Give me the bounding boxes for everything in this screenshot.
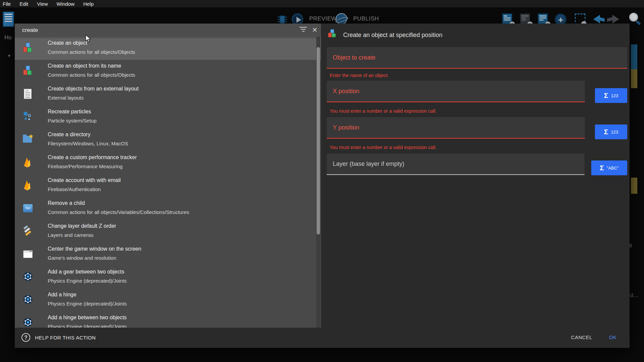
physics-joint-icon bbox=[23, 317, 34, 328]
filter-icon[interactable] bbox=[299, 27, 307, 34]
menu-help[interactable]: Help bbox=[83, 1, 94, 7]
window-icon bbox=[23, 248, 34, 260]
panel-header: Create an object at specified position bbox=[328, 28, 442, 42]
layer-field[interactable]: Layer (base layer if empty) bbox=[327, 153, 585, 175]
play-icon[interactable] bbox=[292, 13, 303, 25]
list-item-center-game-window[interactable]: Center the game window on the screen Gam… bbox=[15, 243, 321, 266]
home-tab-label: Ho bbox=[4, 34, 12, 41]
action-search-panel: ✕ Create an object Common actions for al… bbox=[15, 24, 321, 328]
ok-button[interactable]: OK bbox=[609, 334, 616, 340]
help-link[interactable]: ? HELP FOR THIS ACTION bbox=[22, 333, 96, 342]
list-item-create-object[interactable]: Create an object Common actions for all … bbox=[15, 37, 321, 60]
object-helper-text: Enter the name of an object. bbox=[330, 73, 389, 78]
publish-button[interactable]: PUBLISH bbox=[353, 15, 379, 22]
search-icon[interactable] bbox=[629, 13, 638, 22]
list-item-change-layer-z-order[interactable]: Change layer default Z order Layers and … bbox=[15, 220, 321, 243]
list-item-remove-child[interactable]: Var Remove a child Common actions for al… bbox=[15, 197, 321, 220]
x-expression-button[interactable]: Σ 123 bbox=[595, 88, 627, 103]
object-thumbnail bbox=[631, 69, 637, 88]
objects-cubes-icon bbox=[23, 42, 34, 55]
sigma-icon: Σ bbox=[604, 92, 608, 100]
list-item-create-object-from-name[interactable]: Create an object from its name Common ac… bbox=[15, 60, 321, 83]
list-item-create-account-email[interactable]: Create account with with email Firebase/… bbox=[15, 174, 321, 197]
list-item-add-hinge[interactable]: Add a hinge Physics Engine (deprecated)/… bbox=[15, 289, 321, 312]
preview-button[interactable]: PREVIEW bbox=[309, 15, 337, 22]
globe-icon[interactable] bbox=[336, 13, 347, 25]
physics-joint-icon bbox=[23, 271, 34, 283]
undo-icon[interactable] bbox=[593, 15, 600, 24]
dialog-footer: ? HELP FOR THIS ACTION CANCEL OK bbox=[15, 328, 630, 348]
layer-expression-button[interactable]: Σ "ABC" bbox=[591, 160, 627, 175]
list-item-add-gear[interactable]: Add a gear between two objects Physics E… bbox=[15, 266, 321, 289]
list-item-recreate-particles[interactable]: Recreate particles Particle system/Setup bbox=[15, 106, 321, 129]
x-error-text: You must enter a number or a valid expre… bbox=[330, 108, 437, 114]
sigma-icon: Σ bbox=[600, 164, 604, 172]
y-position-field[interactable]: Y position bbox=[327, 117, 585, 139]
list-item-create-directory[interactable]: ★ Create a directory Filesystem/Windows,… bbox=[15, 129, 321, 151]
physics-joint-icon bbox=[23, 294, 34, 306]
list-item-performance-tracker[interactable]: Create a custom performance tracker Fire… bbox=[15, 151, 321, 174]
search-bar: ✕ bbox=[15, 24, 321, 37]
scrollbar-thumb[interactable] bbox=[317, 47, 320, 234]
x-position-field[interactable]: X position bbox=[327, 81, 585, 102]
chevron-down-icon[interactable]: ▾ bbox=[8, 53, 10, 58]
close-icon[interactable]: ✕ bbox=[312, 26, 318, 34]
action-editor-dialog: ✕ Create an object Common actions for al… bbox=[15, 24, 630, 348]
list-item-create-from-external-layout[interactable]: Create objects from an external layout E… bbox=[15, 83, 321, 106]
objects-cubes-icon bbox=[328, 29, 338, 41]
external-layout-icon bbox=[23, 88, 34, 100]
firebase-flame-icon bbox=[23, 180, 34, 192]
object-to-create-field[interactable]: Object to create bbox=[327, 47, 627, 69]
panel-title: Create an object at specified position bbox=[343, 32, 442, 39]
mouse-cursor bbox=[85, 35, 92, 43]
cancel-button[interactable]: CANCEL bbox=[571, 334, 592, 340]
menu-window[interactable]: Window bbox=[56, 1, 74, 7]
y-expression-button[interactable]: Σ 123 bbox=[595, 124, 627, 139]
action-parameters-panel: Create an object at specified position O… bbox=[321, 24, 630, 328]
help-icon: ? bbox=[22, 333, 30, 342]
menu-view[interactable]: View bbox=[37, 1, 48, 7]
variable-icon: Var bbox=[23, 203, 34, 215]
action-list: Create an object Common actions for all … bbox=[15, 37, 321, 328]
objects-cubes-icon bbox=[23, 65, 34, 77]
list-item-add-hinge-two-objects[interactable]: Add a hinge between two objects Physics … bbox=[15, 312, 321, 328]
background-text-fragment: d... bbox=[630, 292, 638, 299]
object-thumbnail bbox=[631, 178, 637, 194]
firebase-flame-icon bbox=[23, 157, 34, 169]
folder-star-icon: ★ bbox=[23, 134, 34, 146]
search-input[interactable] bbox=[22, 25, 284, 35]
particles-icon bbox=[23, 111, 34, 123]
sigma-icon: Σ bbox=[604, 128, 608, 136]
object-thumbnail bbox=[631, 44, 637, 69]
menu-bar: File Edit View Window Help bbox=[0, 0, 644, 7]
debug-icon[interactable] bbox=[278, 13, 287, 25]
layers-icon bbox=[23, 225, 34, 238]
menu-file[interactable]: File bbox=[3, 1, 11, 7]
y-error-text: You must enter a number or a valid expre… bbox=[330, 145, 437, 150]
redo-icon[interactable] bbox=[612, 15, 619, 24]
project-manager-icon[interactable] bbox=[3, 11, 14, 27]
menu-edit[interactable]: Edit bbox=[19, 1, 28, 7]
app-window: File Edit View Window Help Ho ▾ PREVIEW … bbox=[0, 0, 644, 362]
scrollbar[interactable] bbox=[316, 37, 320, 328]
